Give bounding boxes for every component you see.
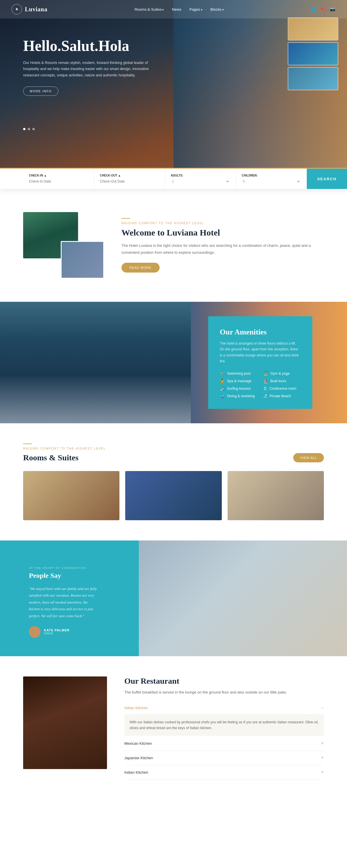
amenities-grid: 🏊 Swimming pool 🧘 Gym & yoga 💆 Spa & mas… bbox=[220, 371, 301, 398]
testimonials-bg-right bbox=[139, 540, 347, 656]
hero-title: Hello.Salut.Hola bbox=[23, 38, 150, 54]
testimonials-section: AT THE HEART OF COMMUNITIES People Say "… bbox=[0, 540, 347, 656]
about-cta[interactable]: READ MORE bbox=[121, 263, 160, 273]
about-description: The Hotel Luviana is the right choice fo… bbox=[121, 242, 324, 256]
tab-italian-header[interactable]: Italian Kitchen − bbox=[124, 701, 324, 715]
amenities-description: The hotel is arranged on three floors wi… bbox=[220, 341, 301, 364]
amenity-beach: 🏖 Private Beach bbox=[263, 394, 301, 398]
tab-mexican-toggle-icon: + bbox=[321, 740, 324, 746]
children-select[interactable]: 0123 bbox=[242, 179, 301, 184]
hero-cta[interactable]: MORE INFO bbox=[23, 87, 58, 96]
about-section: RAISING COMFORT TO THE HIGHEST LEVEL Wel… bbox=[0, 189, 347, 302]
adults-select[interactable]: 1234 bbox=[171, 179, 230, 184]
nav-links: Rooms & Suites News Pages Blocks bbox=[134, 7, 223, 11]
testimonials-title: People Say bbox=[29, 572, 98, 580]
children-label: Children: bbox=[242, 174, 301, 177]
testimonials-card: AT THE HEART OF COMMUNITIES People Say "… bbox=[18, 555, 110, 642]
room-card-1[interactable] bbox=[23, 471, 119, 520]
rooms-title: Rooms & Suites bbox=[23, 453, 106, 462]
amenity-label: Surfing lessons bbox=[227, 386, 251, 391]
tab-italian-toggle-icon: − bbox=[321, 705, 324, 711]
amenity-surfing: 🏄 Surfing lessons bbox=[220, 386, 257, 391]
logo-text: Luviana bbox=[25, 6, 48, 13]
rooms-grid bbox=[23, 471, 324, 520]
testimonials-author-location: IDAHO bbox=[44, 632, 70, 635]
tab-japanese-header[interactable]: Japanise Kitchen + bbox=[124, 751, 324, 765]
beach-icon: 🏖 bbox=[263, 394, 267, 398]
boat-icon: ⛵ bbox=[263, 379, 268, 383]
swimming-pool-icon: 🏊 bbox=[220, 371, 225, 376]
restaurant-title: Our Restaurant bbox=[124, 677, 324, 686]
about-title: Welcome to Luviana Hotel bbox=[121, 228, 324, 238]
room-image-3 bbox=[228, 471, 324, 520]
logo: ✦ Luviana bbox=[11, 4, 48, 14]
checkout-input[interactable] bbox=[100, 179, 159, 183]
about-text: RAISING COMFORT TO THE HIGHEST LEVEL Wel… bbox=[121, 218, 324, 273]
amenity-diving: 🤿 Diving & snorkling bbox=[220, 394, 257, 398]
room-card-3[interactable] bbox=[228, 471, 324, 520]
rooms-header: RAISING COMFORT TO THE HIGHEST LEVEL Roo… bbox=[23, 443, 324, 462]
rooms-section: RAISING COMFORT TO THE HIGHEST LEVEL Roo… bbox=[0, 423, 347, 540]
testimonials-quote: "We stayed here with our family and are … bbox=[29, 585, 98, 619]
amenity-swimming-pool: 🏊 Swimming pool bbox=[220, 371, 257, 376]
hero-dots bbox=[23, 128, 35, 130]
checkin-input[interactable] bbox=[29, 179, 88, 183]
rooms-header-left: RAISING COMFORT TO THE HIGHEST LEVEL Roo… bbox=[23, 443, 106, 462]
hero-description: Our Hotels & Resorts remain stylish, mod… bbox=[23, 60, 150, 79]
about-images bbox=[23, 212, 104, 279]
logo-icon: ✦ bbox=[11, 4, 22, 14]
conference-icon: 🗓 bbox=[263, 386, 267, 391]
room-card-2[interactable] bbox=[125, 471, 221, 520]
tab-indian-toggle-icon: + bbox=[321, 769, 324, 775]
amenity-label: Diving & snorkling bbox=[227, 394, 255, 398]
about-eyebrow: RAISING COMFORT TO THE HIGHEST LEVEL bbox=[121, 222, 324, 225]
amenities-pool-bg bbox=[0, 302, 208, 423]
hero-section: ✦ Luviana Rooms & Suites News Pages Bloc… bbox=[0, 0, 347, 168]
restaurant-content: Our Restaurant The buffet breakfast is s… bbox=[124, 677, 324, 780]
room-image-1 bbox=[23, 471, 119, 520]
testimonials-avatar bbox=[29, 626, 40, 638]
tab-mexican-header[interactable]: Mexican Kitchen + bbox=[124, 736, 324, 751]
checkin-label: Check-in ▲ bbox=[29, 174, 88, 177]
instagram-icon[interactable]: 📷 bbox=[330, 7, 336, 12]
testimonials-eyebrow: AT THE HEART OF COMMUNITIES bbox=[29, 566, 98, 569]
adults-label: Adults: bbox=[171, 174, 230, 177]
nav-pages[interactable]: Pages bbox=[189, 7, 202, 11]
amenities-section: Our Amenities The hotel is arranged on t… bbox=[0, 302, 347, 423]
amenities-card: Our Amenities The hotel is arranged on t… bbox=[208, 316, 312, 409]
amenity-label: Conference room bbox=[270, 386, 296, 391]
amenity-label: Gym & yoga bbox=[271, 372, 289, 376]
hero-dot-1[interactable] bbox=[23, 128, 26, 130]
children-field: Children: 0123 bbox=[236, 169, 307, 189]
hero-dot-3[interactable] bbox=[32, 128, 35, 130]
tab-italian-label: Italian Kitchen bbox=[124, 706, 148, 710]
nav-news[interactable]: News bbox=[172, 7, 181, 11]
rooms-eyebrow: RAISING COMFORT TO THE HIGHEST LEVEL bbox=[23, 447, 106, 450]
amenity-label: Private Beach bbox=[270, 394, 291, 398]
testimonials-author-name: KATE PALMER bbox=[44, 628, 70, 632]
amenities-title: Our Amenities bbox=[220, 328, 301, 337]
nav-blocks[interactable]: Blocks bbox=[211, 7, 224, 11]
tab-indian-label: Indian Kitchen bbox=[124, 770, 148, 775]
amenity-gym: 🧘 Gym & yoga bbox=[263, 371, 301, 376]
checkout-label: Check-out ▲ bbox=[100, 174, 159, 177]
nav-rooms[interactable]: Rooms & Suites bbox=[134, 7, 164, 11]
rooms-view-all[interactable]: VIEW ALL bbox=[293, 453, 324, 462]
room-image-2 bbox=[125, 471, 221, 520]
globe-icon[interactable]: 🌐 bbox=[311, 7, 316, 12]
restaurant-image bbox=[23, 677, 107, 769]
hero-thumb-1 bbox=[288, 18, 338, 40]
hero-thumb-2 bbox=[288, 42, 338, 65]
rooms-eyebrow-line bbox=[23, 443, 32, 444]
spa-icon: 💆 bbox=[220, 379, 225, 383]
search-button[interactable]: SEARCH bbox=[307, 169, 347, 189]
bookmark-icon[interactable]: 🔖 bbox=[320, 7, 326, 12]
testimonials-author: KATE PALMER IDAHO bbox=[29, 626, 98, 638]
amenity-label: Swimming pool bbox=[227, 372, 250, 376]
amenity-boat-tours: ⛵ Boat tours bbox=[263, 379, 301, 383]
amenity-spa: 💆 Spa & massage bbox=[220, 379, 257, 383]
about-secondary-image bbox=[61, 241, 104, 279]
tab-indian-header[interactable]: Indian Kitchen + bbox=[124, 765, 324, 780]
amenity-label: Boat tours bbox=[271, 379, 286, 383]
hero-dot-2[interactable] bbox=[28, 128, 30, 130]
